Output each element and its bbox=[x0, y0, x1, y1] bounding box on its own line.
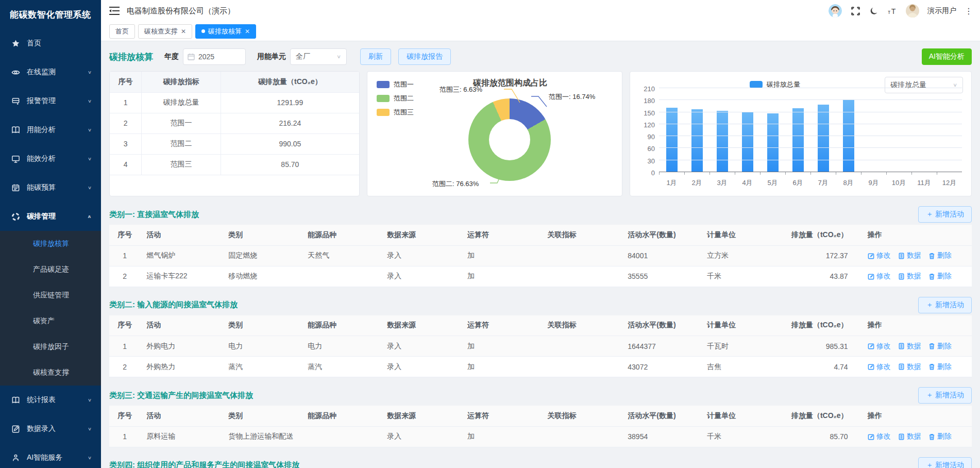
legend-item[interactable]: 范围三 bbox=[377, 108, 414, 117]
sidebar-submenu: 碳排放核算产品碳足迹供应链管理碳资产碳排放因子碳核查支撑 bbox=[0, 231, 101, 386]
close-icon[interactable]: ✕ bbox=[181, 28, 186, 35]
monthly-bar-card: 碳排放总量 碳排放总量 ∨ 0306090120150180210 1月2月3月… bbox=[630, 71, 972, 196]
section-header: 类别一: 直接温室气体排放＋ 新增活动 bbox=[109, 204, 972, 225]
sidebar-subitem[interactable]: 碳排放因子 bbox=[0, 334, 101, 360]
data-link[interactable]: 数据 bbox=[898, 362, 921, 372]
bar-slot bbox=[785, 88, 810, 172]
sidebar-subitem[interactable]: 碳资产 bbox=[0, 308, 101, 334]
section-title: 类别一: 直接温室气体排放 bbox=[109, 210, 199, 220]
data-link[interactable]: 数据 bbox=[898, 342, 921, 351]
delete-link[interactable]: 删除 bbox=[928, 432, 952, 441]
table-cell: 蒸汽 bbox=[301, 357, 381, 377]
y-axis-label: 60 bbox=[634, 145, 655, 153]
sidebar-item-4[interactable]: 能效分析∨ bbox=[0, 144, 101, 173]
edit-link[interactable]: 修改 bbox=[868, 342, 891, 351]
year-input[interactable]: 2025 bbox=[183, 48, 246, 65]
unit-select[interactable]: 全厂 ∨ bbox=[290, 48, 347, 65]
activity-col-header: 活动水平(数量) bbox=[621, 225, 701, 245]
sidebar-item-3[interactable]: 用能分析∨ bbox=[0, 115, 101, 144]
table-cell: 吉焦 bbox=[701, 357, 780, 377]
section-header: 类别四: 组织使用的产品和服务产生的间接温室气体排放＋ 新增活动 bbox=[109, 455, 972, 468]
bar[interactable] bbox=[666, 108, 678, 172]
table-cell: 蒸汽 bbox=[222, 357, 301, 377]
fullscreen-icon[interactable] bbox=[850, 6, 860, 16]
assistant-avatar[interactable] bbox=[829, 4, 842, 18]
legend-item[interactable]: 范围二 bbox=[377, 94, 414, 103]
table-cell: 216.24 bbox=[221, 113, 359, 133]
edit-link[interactable]: 修改 bbox=[868, 432, 891, 441]
bar[interactable] bbox=[792, 108, 804, 172]
add-activity-button[interactable]: ＋ 新增活动 bbox=[918, 457, 972, 468]
edit-link[interactable]: 修改 bbox=[868, 362, 891, 372]
tab-1[interactable]: 碳核查支撑✕ bbox=[138, 24, 192, 39]
bar[interactable] bbox=[691, 109, 703, 172]
sidebar-item-6[interactable]: 碳排管理∧ bbox=[0, 202, 101, 231]
bar[interactable] bbox=[767, 113, 779, 172]
add-activity-button[interactable]: ＋ 新增活动 bbox=[918, 387, 972, 404]
table-cell: 4 bbox=[110, 154, 142, 175]
sidebar-subitem[interactable]: 产品碳足迹 bbox=[0, 257, 101, 282]
table-cell: 千瓦时 bbox=[701, 336, 780, 357]
font-size-icon[interactable]: тT bbox=[887, 6, 898, 16]
sidebar-subitem[interactable]: 供应链管理 bbox=[0, 282, 101, 308]
sidebar-item-2[interactable]: 报警管理∨ bbox=[0, 87, 101, 115]
delete-link[interactable]: 删除 bbox=[928, 272, 952, 281]
sidebar-item-7[interactable]: 统计报表∨ bbox=[0, 386, 101, 414]
sidebar-item-1[interactable]: 在线监测∨ bbox=[0, 58, 101, 87]
refresh-button[interactable]: 刷新 bbox=[360, 48, 391, 65]
data-link[interactable]: 数据 bbox=[898, 272, 921, 281]
legend-item[interactable]: 范围一 bbox=[377, 80, 414, 89]
table-cell: 85.70 bbox=[780, 426, 861, 447]
add-activity-button[interactable]: ＋ 新增活动 bbox=[918, 297, 972, 313]
table-cell: 43.87 bbox=[780, 266, 861, 287]
edit-link[interactable]: 修改 bbox=[868, 272, 891, 281]
year-label: 年度 bbox=[164, 52, 179, 61]
sidebar-item-8[interactable]: 数据录入∨ bbox=[0, 414, 101, 443]
table-cell: 录入 bbox=[381, 336, 461, 357]
delete-link[interactable]: 删除 bbox=[928, 342, 952, 351]
activity-col-header: 运算符 bbox=[461, 315, 542, 336]
table-row: 1燃气锅炉固定燃烧天然气录入加84001立方米172.37修改数据删除 bbox=[109, 245, 972, 266]
donut-label-scope3: 范围三: 6.63% bbox=[440, 85, 482, 94]
table-cell: 加 bbox=[461, 266, 542, 287]
x-axis-label: 4月 bbox=[735, 178, 760, 188]
close-icon[interactable]: ✕ bbox=[245, 28, 250, 35]
delete-link[interactable]: 删除 bbox=[928, 251, 952, 260]
edit-link[interactable]: 修改 bbox=[868, 251, 891, 260]
sidebar-subitem[interactable]: 碳排放核算 bbox=[0, 231, 101, 257]
report-button[interactable]: 碳排放报告 bbox=[398, 48, 451, 65]
tab-label: 碳排放核算 bbox=[208, 27, 242, 36]
y-axis-label: 210 bbox=[634, 85, 655, 93]
dark-mode-icon[interactable] bbox=[869, 6, 879, 16]
add-activity-button[interactable]: ＋ 新增活动 bbox=[918, 206, 972, 223]
activity-col-header: 类别 bbox=[222, 225, 301, 245]
data-link[interactable]: 数据 bbox=[898, 432, 921, 441]
sidebar-subitem[interactable]: 碳核查支撑 bbox=[0, 360, 101, 386]
collapse-sidebar-icon[interactable] bbox=[109, 6, 120, 15]
user-avatar[interactable] bbox=[906, 4, 919, 18]
delete-link[interactable]: 删除 bbox=[928, 362, 952, 372]
table-cell bbox=[542, 336, 622, 357]
bar-slot bbox=[735, 88, 760, 172]
bar-slot bbox=[937, 88, 962, 172]
table-cell bbox=[542, 426, 622, 447]
tab-0[interactable]: 首页 bbox=[109, 24, 135, 39]
x-axis-label: 3月 bbox=[709, 178, 735, 188]
activity-col-header: 活动 bbox=[140, 225, 222, 245]
bar[interactable] bbox=[742, 112, 753, 172]
ai-analysis-button[interactable]: AI智能分析 bbox=[922, 48, 972, 65]
bar-slot bbox=[709, 88, 735, 172]
tab-bar: 首页碳核查支撑✕碳排放核算✕ bbox=[101, 22, 980, 41]
sidebar-item-9[interactable]: AI智能服务∨ bbox=[0, 443, 101, 468]
more-menu-icon[interactable]: ⋮ bbox=[965, 6, 973, 16]
user-name[interactable]: 演示用户 bbox=[927, 6, 956, 15]
data-link[interactable]: 数据 bbox=[898, 251, 921, 260]
sidebar-item-0[interactable]: 首页 bbox=[0, 29, 101, 58]
bar[interactable] bbox=[818, 105, 829, 172]
sidebar-item-label: 能效分析 bbox=[27, 154, 88, 163]
tab-2[interactable]: 碳排放核算✕ bbox=[195, 24, 256, 39]
bar[interactable] bbox=[717, 111, 728, 172]
activity-col-header: 活动 bbox=[140, 406, 222, 426]
legend-label: 范围一 bbox=[394, 80, 414, 89]
sidebar-item-5[interactable]: 能碳预算∨ bbox=[0, 173, 101, 202]
